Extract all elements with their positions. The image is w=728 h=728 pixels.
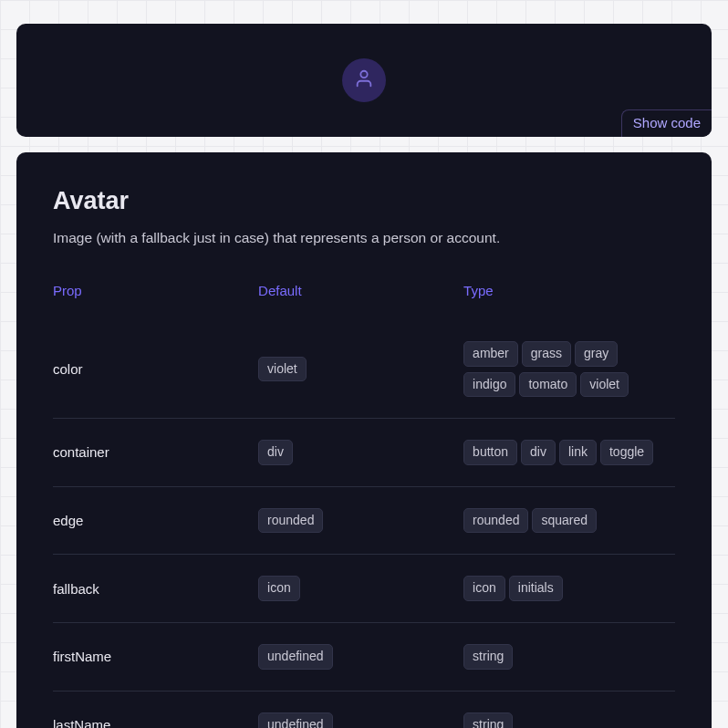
user-icon <box>354 68 374 92</box>
type-pill: button <box>463 440 517 465</box>
type-pill: rounded <box>463 508 528 534</box>
prop-default-cell: div <box>258 419 463 487</box>
page-description: Image (with a fallback just in case) tha… <box>53 230 675 246</box>
type-pill: link <box>559 440 597 465</box>
type-pill: violet <box>580 372 629 398</box>
type-pill: squared <box>532 508 597 534</box>
prop-default-cell: undefined <box>258 622 463 691</box>
default-pill: icon <box>258 576 300 601</box>
header-prop: Prop <box>53 279 258 320</box>
table-row: colorvioletambergrassgrayindigotomatovio… <box>53 320 675 419</box>
props-table: Prop Default Type colorvioletambergrassg… <box>53 279 675 728</box>
prop-default-cell: violet <box>258 320 463 419</box>
table-row: edgeroundedroundedsquared <box>53 486 675 555</box>
table-row: lastNameundefinedstring <box>53 691 675 728</box>
type-pill: toggle <box>600 440 653 465</box>
type-pill: initials <box>509 576 563 601</box>
table-row: fallbackiconiconinitials <box>53 555 675 623</box>
avatar-demo-panel: Show code <box>16 24 712 137</box>
default-pill: violet <box>258 357 307 382</box>
prop-type-cell: roundedsquared <box>463 486 675 555</box>
show-code-button[interactable]: Show code <box>621 109 712 137</box>
type-pill: string <box>463 644 513 670</box>
prop-name-cell: lastName <box>53 691 258 728</box>
table-row: firstNameundefinedstring <box>53 622 675 691</box>
type-pill: string <box>463 712 513 728</box>
type-pill: grass <box>522 341 571 367</box>
prop-type-cell: string <box>463 622 675 691</box>
prop-type-cell: ambergrassgrayindigotomatoviolet <box>463 320 675 419</box>
type-pill: icon <box>463 576 505 601</box>
type-pill: div <box>521 440 556 465</box>
table-row: containerdivbuttondivlinktoggle <box>53 419 675 487</box>
type-pill: indigo <box>463 372 515 398</box>
prop-name-cell: container <box>53 419 258 487</box>
default-pill: rounded <box>258 508 323 534</box>
default-pill: undefined <box>258 712 333 728</box>
type-pill: tomato <box>519 372 577 398</box>
prop-default-cell: undefined <box>258 691 463 728</box>
prop-type-cell: string <box>463 691 675 728</box>
prop-type-cell: buttondivlinktoggle <box>463 419 675 487</box>
type-pill: gray <box>575 341 618 367</box>
header-type: Type <box>463 279 675 320</box>
doc-panel: Avatar Image (with a fallback just in ca… <box>16 152 712 728</box>
prop-default-cell: rounded <box>258 486 463 555</box>
default-pill: undefined <box>258 644 333 670</box>
page-title: Avatar <box>53 187 675 215</box>
prop-name-cell: edge <box>53 486 258 555</box>
svg-point-0 <box>360 71 367 78</box>
default-pill: div <box>258 440 293 465</box>
header-default: Default <box>258 279 463 320</box>
prop-name-cell: color <box>53 320 258 419</box>
prop-type-cell: iconinitials <box>463 555 675 623</box>
avatar-preview <box>342 58 386 102</box>
prop-default-cell: icon <box>258 555 463 623</box>
type-pill: amber <box>463 341 518 367</box>
prop-name-cell: fallback <box>53 555 258 623</box>
prop-name-cell: firstName <box>53 622 258 691</box>
